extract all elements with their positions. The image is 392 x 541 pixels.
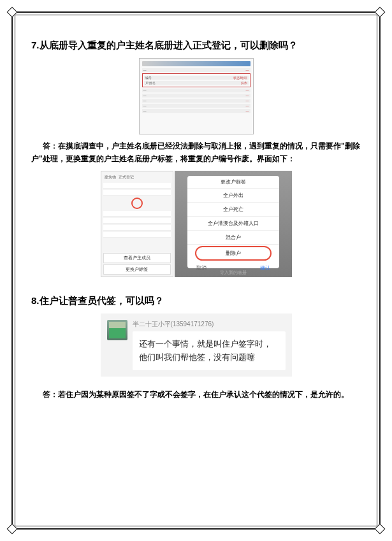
avatar — [107, 320, 127, 340]
chat-message: 还有一个事情，就是叫住户签字时，他们叫我们帮他签，没有问题噻 — [133, 331, 286, 371]
tag-option: 混合户 — [187, 231, 279, 245]
screenshot-1: —— 编号状态/时间 户 姓名操作 —— —— —— —— —— — [139, 58, 254, 134]
q7-heading: 7.从底册导入重复的户主姓名底册进入正式登记，可以删除吗？ — [31, 38, 361, 53]
tag-option: 全户港澳台及外籍人口 — [187, 217, 279, 231]
view-members-button: 查看户主成员 — [103, 253, 171, 263]
chat-username: 半二十王小平(13594171276) — [133, 320, 286, 329]
chat-screenshot: 半二十王小平(13594171276) 还有一个事情，就是叫住户签字时，他们叫我… — [101, 314, 292, 377]
tag-option-selected: 删除户 — [195, 246, 272, 261]
q7-answer: 答：在摸底调查中，户主姓名底册已经没法删除与取消上报，遇到重复的情况，只需要作"… — [31, 140, 361, 166]
q8-answer: 答：若住户因为某种原因签不了字或不会签字，在住户承认这个代签的情况下，是允许的。 — [31, 388, 361, 401]
tag-option: 全户外出 — [187, 189, 279, 203]
change-tag-modal: 更改户标签 全户外出 全户死亡 全户港澳台及外籍人口 混合户 删除户 取消 确认 — [187, 176, 279, 268]
screenshot-2: 建筑物正式登记 查看户主成员 更换户标签 更改户标签 全户外出 全户死亡 全户港… — [101, 171, 292, 277]
tag-option: 全户死亡 — [187, 203, 279, 217]
change-tag-button: 更换户标签 — [103, 264, 171, 275]
q8-heading: 8.住户让普查员代签，可以吗？ — [31, 293, 361, 308]
highlight-circle-icon — [131, 198, 143, 209]
